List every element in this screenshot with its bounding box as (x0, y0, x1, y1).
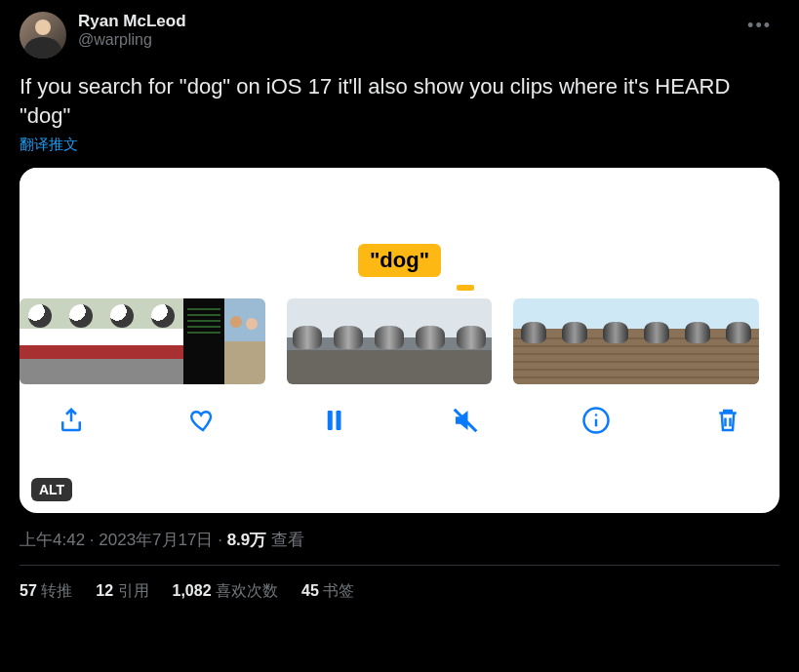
trash-icon[interactable] (711, 404, 744, 437)
heart-icon[interactable] (186, 404, 220, 437)
clip-frame (636, 298, 677, 384)
clip-frame (142, 298, 183, 384)
clip-frame (287, 298, 328, 384)
tweet-meta: 上午4:42 · 2023年7月17日 · 8.9万 查看 (20, 513, 779, 566)
clip-frame (183, 298, 224, 384)
clip-frame (595, 298, 636, 384)
video-timeline[interactable] (20, 265, 779, 386)
stat-retweets[interactable]: 57 转推 (20, 581, 72, 602)
stat-bookmarks[interactable]: 45 书签 (301, 581, 354, 602)
timeline-marker (457, 285, 474, 291)
clip-frame (410, 298, 451, 384)
clip-frame (451, 298, 492, 384)
clip-frame (718, 298, 759, 384)
search-tag: "dog" (358, 244, 441, 277)
clip-frame (554, 298, 595, 384)
tweet-container: Ryan McLeod @warpling ••• If you search … (0, 0, 799, 617)
tweet-stats: 57 转推 12 引用 1,082 喜欢次数 45 书签 (20, 566, 779, 617)
clip-frame (60, 298, 101, 384)
media-card[interactable]: "dog" (20, 168, 779, 513)
meta-time[interactable]: 上午4:42 (20, 531, 85, 549)
clip-frame (20, 298, 60, 384)
clip-group-1[interactable] (20, 298, 265, 384)
views-count: 8.9万 (227, 531, 267, 549)
info-icon[interactable] (579, 404, 613, 437)
clip-frame (369, 298, 410, 384)
tweet-header: Ryan McLeod @warpling ••• (20, 12, 779, 59)
clip-frame (101, 298, 142, 384)
avatar[interactable] (20, 12, 66, 59)
mute-icon[interactable] (449, 404, 482, 437)
display-name: Ryan McLeod (78, 12, 728, 31)
clip-frame (513, 298, 554, 384)
clip-frame (224, 298, 265, 384)
share-icon[interactable] (55, 404, 88, 437)
translate-link[interactable]: 翻译推文 (20, 136, 779, 154)
stat-likes[interactable]: 1,082 喜欢次数 (173, 581, 279, 602)
tweet-text: If you search for "dog" on iOS 17 it'll … (20, 72, 779, 130)
svg-rect-0 (328, 411, 333, 430)
handle: @warpling (78, 31, 728, 49)
author-names[interactable]: Ryan McLeod @warpling (78, 12, 728, 49)
more-icon[interactable]: ••• (739, 12, 779, 40)
views-label: 查看 (271, 531, 304, 549)
alt-badge[interactable]: ALT (31, 478, 72, 501)
clip-group-3[interactable] (513, 298, 759, 384)
svg-rect-1 (337, 411, 341, 430)
clip-frame (328, 298, 369, 384)
clip-frame (677, 298, 718, 384)
svg-point-5 (595, 415, 598, 417)
clip-group-2[interactable] (287, 298, 492, 384)
pause-icon[interactable] (317, 404, 350, 437)
media-toolbar (20, 386, 779, 437)
stat-quotes[interactable]: 12 引用 (96, 581, 148, 602)
meta-date[interactable]: 2023年7月17日 (99, 531, 213, 549)
